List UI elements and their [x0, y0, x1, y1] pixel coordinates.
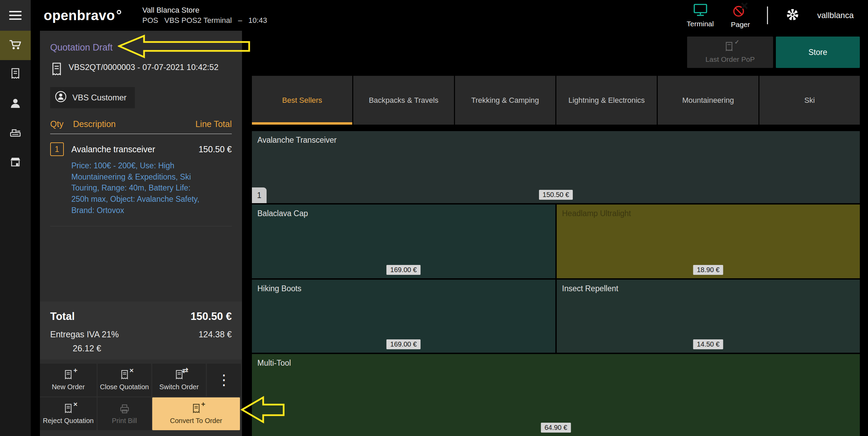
print-bill-label: Print Bill: [112, 417, 137, 424]
reject-quotation-button[interactable]: × Reject Quotation: [40, 397, 97, 430]
catalog-area: ✓ Last Order PoP Store Best Sellers Back…: [252, 31, 860, 436]
tax-amount-value: 26.12 €: [73, 343, 232, 353]
tab-lightning-electronics[interactable]: Lightning & Electronics: [556, 76, 657, 125]
topbar-divider: [767, 6, 768, 24]
product-price-badge: 169.00 €: [386, 339, 421, 349]
terminal-status-button[interactable]: Terminal: [687, 3, 714, 28]
check-glyph: ✓: [735, 39, 739, 46]
store-name: Vall Blanca Store: [142, 5, 267, 15]
product-name: Hiking Boots: [257, 284, 550, 293]
close-quotation-button[interactable]: × Close Quotation: [98, 364, 151, 396]
product-price-badge: 169.00 €: [386, 265, 421, 275]
switch-order-label: Switch Order: [159, 383, 199, 391]
document-row[interactable]: VBS2QT/0000003 - 07-07-2021 10:42:52: [50, 62, 232, 79]
cart-icon: [8, 38, 23, 53]
x-glyph: ×: [129, 366, 133, 375]
product-name: Insect Repellent: [562, 284, 855, 293]
sidebar-item-cash-register[interactable]: [0, 119, 31, 148]
tax-base-value: 124.38 €: [199, 329, 232, 339]
pager-status-button[interactable]: Pager: [731, 2, 750, 29]
product-grid: Avalanche Transceiver 1 150.50 € Balacla…: [252, 131, 860, 436]
order-line-header: 1 Avalanche transceiver 150.50 €: [50, 142, 232, 156]
receipt-check-icon: ✓: [724, 41, 736, 54]
gear-icon: [785, 7, 800, 24]
product-price-badge: 64.90 €: [541, 423, 571, 433]
product-tile[interactable]: Multi-Tool 64.90 €: [252, 354, 860, 436]
product-tile[interactable]: Headlamp Ultralight 18.90 €: [557, 205, 860, 278]
register-icon: [9, 126, 22, 141]
tax-label: Entregas IVA 21%: [50, 329, 119, 339]
sidebar-item-sales[interactable]: [0, 31, 31, 60]
username[interactable]: vallblanca: [817, 11, 854, 20]
product-tile[interactable]: Insect Repellent 14.50 €: [557, 280, 860, 353]
store-icon: [9, 155, 22, 170]
sidebar-item-customers[interactable]: [0, 89, 31, 119]
pager-disabled-icon: [732, 2, 749, 19]
sidebar-item-store[interactable]: [0, 148, 31, 178]
product-tile[interactable]: Hiking Boots 169.00 €: [252, 280, 555, 353]
tab-best-sellers[interactable]: Best Sellers: [252, 76, 352, 125]
tab-trekking-camping[interactable]: Trekking & Camping: [455, 76, 555, 125]
switch-order-button[interactable]: ⇄ Switch Order: [152, 364, 206, 396]
logo-text: openbravo: [44, 8, 115, 23]
sidebar-item-receipts[interactable]: [0, 60, 31, 89]
tab-backpacks-travels[interactable]: Backpacks & Travels: [353, 76, 454, 125]
totals-section: Total 150.50 € Entregas IVA 21% 124.38 €…: [40, 301, 242, 360]
pager-label: Pager: [731, 20, 750, 29]
hamburger-icon: [9, 18, 22, 20]
total-label: Total: [50, 310, 75, 323]
time: 10:43: [248, 15, 267, 26]
line-total-value: 150.50 €: [199, 144, 232, 154]
terminal-name: VBS POS2 Terminal: [164, 15, 232, 26]
vertical-ellipsis-icon: ⋮: [217, 373, 231, 387]
left-sidebar: [0, 31, 31, 436]
product-tile[interactable]: Avalanche Transceiver 1 150.50 €: [252, 131, 860, 203]
product-price-badge: 14.50 €: [693, 339, 723, 349]
menu-button[interactable]: [0, 0, 31, 31]
line-product-name: Avalanche transceiver: [71, 144, 155, 154]
tab-mountaineering[interactable]: Mountaineering: [658, 76, 758, 125]
receipt-icon: [9, 67, 22, 82]
ticket-actions: + New Order × Close Quotation ⇄ Switch O…: [40, 364, 242, 436]
qty-column-header: Qty: [50, 119, 63, 129]
terminal-label: Terminal: [687, 20, 714, 28]
convert-to-order-button[interactable]: + Convert To Order: [152, 397, 240, 430]
new-order-label: New Order: [52, 383, 85, 391]
product-tile[interactable]: Balaclava Cap 169.00 €: [252, 205, 555, 278]
plus-glyph: +: [73, 366, 77, 375]
receipt-x-icon: ×: [62, 403, 74, 415]
order-line[interactable]: 1 Avalanche transceiver 150.50 € Price: …: [50, 142, 232, 226]
product-price-badge: 150.50 €: [539, 190, 573, 200]
product-price-badge: 18.90 €: [693, 265, 723, 275]
plus-glyph: +: [201, 400, 205, 408]
store-button-label: Store: [809, 48, 827, 57]
line-total-column-header: Line Total: [195, 119, 232, 129]
settings-button[interactable]: [785, 7, 800, 24]
ticket-lines-empty-area: [50, 226, 232, 301]
store-button[interactable]: Store: [776, 37, 860, 68]
tab-label: Ski: [805, 96, 815, 105]
document-number: VBS2QT/0000003 - 07-07-2021 10:42:52: [69, 62, 219, 72]
hamburger-icon: [9, 11, 22, 12]
terminal-line: POS VBS POS2 Terminal – 10:43: [142, 15, 267, 26]
reject-quotation-label: Reject Quotation: [43, 417, 94, 424]
last-order-pop-button[interactable]: ✓ Last Order PoP: [687, 37, 773, 68]
top-bar: openbravo Vall Blanca Store POS VBS POS2…: [0, 0, 868, 31]
tab-label: Trekking & Camping: [471, 96, 539, 105]
customer-name: VBS Customer: [72, 93, 127, 102]
receipt-x-icon: ×: [119, 369, 130, 381]
tab-ski[interactable]: Ski: [759, 76, 860, 125]
line-columns-header: Qty Description Line Total: [50, 119, 232, 134]
terminal-monitor-icon: [693, 3, 708, 18]
tab-label: Lightning & Electronics: [568, 96, 645, 105]
customer-button[interactable]: VBS Customer: [50, 87, 135, 108]
total-value: 150.50 €: [190, 310, 232, 323]
product-name: Balaclava Cap: [257, 209, 550, 218]
line-qty-badge: 1: [50, 142, 64, 156]
more-actions-button[interactable]: ⋮: [207, 364, 241, 396]
new-order-button[interactable]: + New Order: [40, 364, 97, 396]
print-bill-button[interactable]: Print Bill: [98, 397, 151, 430]
category-tabs: Best Sellers Backpacks & Travels Trekkin…: [252, 76, 860, 125]
receipt-plus-icon: +: [190, 403, 202, 415]
app-label: POS: [142, 15, 158, 26]
